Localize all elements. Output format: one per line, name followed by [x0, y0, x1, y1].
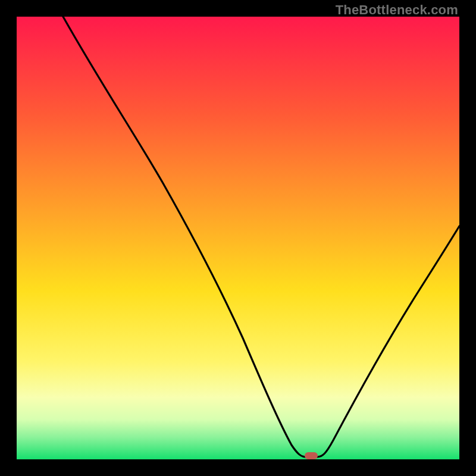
plot-area	[17, 17, 459, 459]
curve-path	[43, 17, 459, 457]
bottleneck-curve	[17, 17, 459, 459]
chart-frame: TheBottleneck.com	[0, 0, 476, 476]
minimum-marker	[305, 452, 318, 459]
watermark-text: TheBottleneck.com	[336, 2, 458, 18]
